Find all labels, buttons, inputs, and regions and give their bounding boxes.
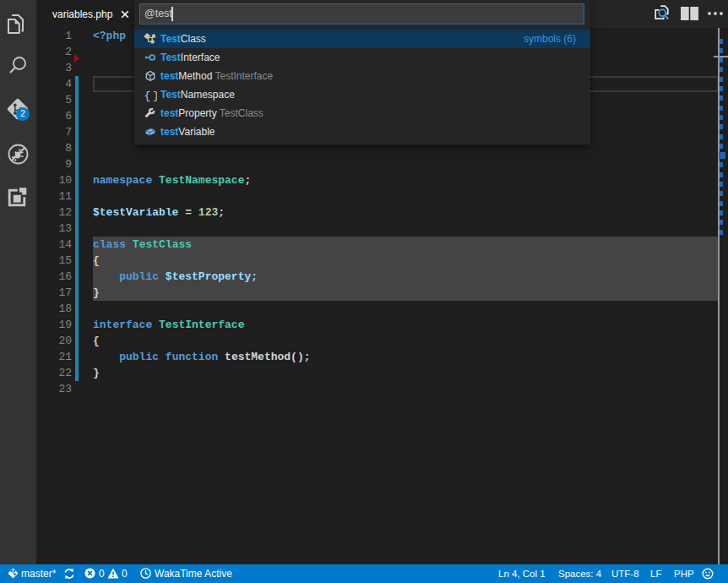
svg-text:{ }: { } — [144, 90, 158, 102]
